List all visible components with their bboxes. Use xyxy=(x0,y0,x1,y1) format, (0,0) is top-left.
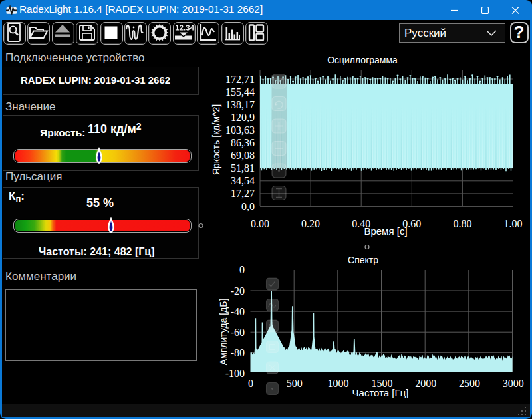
svg-text:Осциллограмма: Осциллограмма xyxy=(327,55,398,65)
svg-text:120,9: 120,9 xyxy=(231,112,255,123)
svg-text:0.00: 0.00 xyxy=(251,218,269,229)
svg-text:3000: 3000 xyxy=(503,378,524,389)
svg-text:0: 0 xyxy=(239,264,245,275)
svg-text:500: 500 xyxy=(287,378,303,389)
svg-text:17,27: 17,27 xyxy=(231,188,255,199)
svg-text:2500: 2500 xyxy=(459,378,480,389)
svg-text:-100: -100 xyxy=(225,368,245,379)
svg-text:138,17: 138,17 xyxy=(225,99,255,110)
svg-text:0.20: 0.20 xyxy=(301,218,320,229)
svg-text:1000: 1000 xyxy=(328,378,349,389)
svg-text:86,36: 86,36 xyxy=(231,137,255,148)
svg-text:155,44: 155,44 xyxy=(225,86,255,98)
svg-text:-60: -60 xyxy=(231,327,245,338)
svg-text:34,54: 34,54 xyxy=(231,175,255,186)
svg-text:69,08: 69,08 xyxy=(231,150,255,161)
svg-text:0.80: 0.80 xyxy=(453,218,471,229)
svg-text:Яркость [кд/м^2]: Яркость [кд/м^2] xyxy=(211,104,221,176)
svg-text:0: 0 xyxy=(248,378,253,389)
svg-text:Амплитуда [дБ]: Амплитуда [дБ] xyxy=(218,299,229,366)
svg-text:Время [c]: Время [c] xyxy=(364,225,407,237)
svg-text:2000: 2000 xyxy=(415,378,436,389)
svg-text:-40: -40 xyxy=(231,306,245,317)
svg-text:1.00: 1.00 xyxy=(504,218,523,229)
svg-text:-80: -80 xyxy=(231,347,245,358)
svg-text:0,0: 0,0 xyxy=(241,201,255,212)
svg-text:-20: -20 xyxy=(231,285,245,297)
svg-text:Частота [Гц]: Частота [Гц] xyxy=(352,387,409,398)
svg-text:103,63: 103,63 xyxy=(225,124,255,136)
svg-text:51,81: 51,81 xyxy=(231,162,255,174)
svg-text:Спектр: Спектр xyxy=(348,255,378,265)
svg-text:172,71: 172,71 xyxy=(225,74,255,85)
